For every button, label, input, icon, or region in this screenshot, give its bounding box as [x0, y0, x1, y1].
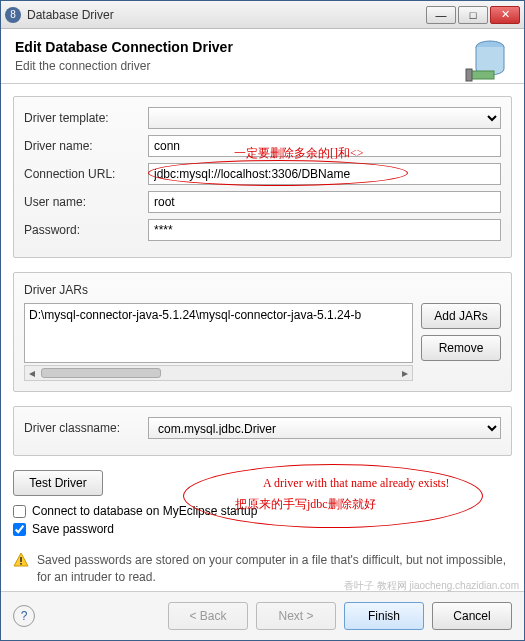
connect-startup-checkbox[interactable] [13, 505, 26, 518]
url-label: Connection URL: [24, 167, 142, 181]
connect-startup-label: Connect to database on MyEclipse startup [32, 504, 257, 518]
test-driver-button[interactable]: Test Driver [13, 470, 103, 496]
window-buttons: — □ ✕ [426, 6, 520, 24]
titlebar: 8 Database Driver — □ ✕ [1, 1, 524, 29]
template-label: Driver template: [24, 111, 142, 125]
cancel-button[interactable]: Cancel [432, 602, 512, 630]
user-input[interactable] [148, 191, 501, 213]
database-icon [460, 37, 510, 87]
classname-select[interactable]: com.mysql.jdbc.Driver [148, 417, 501, 439]
warning-icon [13, 552, 29, 568]
jars-list[interactable]: D:\mysql-connector-java-5.1.24\mysql-con… [24, 303, 413, 363]
remove-jar-button[interactable]: Remove [421, 335, 501, 361]
back-button[interactable]: < Back [168, 602, 248, 630]
driver-fields: Driver template: Driver name: Connection… [13, 96, 512, 258]
jars-label: Driver JARs [24, 283, 501, 297]
jars-group: Driver JARs D:\mysql-connector-java-5.1.… [13, 272, 512, 392]
page-title: Edit Database Connection Driver [15, 39, 233, 55]
content: Driver template: Driver name: Connection… [1, 84, 524, 591]
classname-label: Driver classname: [24, 421, 142, 435]
close-button[interactable]: ✕ [490, 6, 520, 24]
page-subtitle: Edit the connection driver [15, 59, 233, 73]
checkbox-group: Connect to database on MyEclipse startup… [13, 504, 512, 540]
help-button[interactable]: ? [13, 605, 35, 627]
template-select[interactable] [148, 107, 501, 129]
svg-rect-3 [20, 557, 22, 562]
next-button[interactable]: Next > [256, 602, 336, 630]
name-label: Driver name: [24, 139, 142, 153]
scroll-thumb[interactable] [41, 368, 161, 378]
app-icon: 8 [5, 7, 21, 23]
footer: ? < Back Next > Finish Cancel [1, 591, 524, 640]
pass-input[interactable] [148, 219, 501, 241]
svg-rect-2 [466, 69, 472, 81]
maximize-button[interactable]: □ [458, 6, 488, 24]
save-password-label: Save password [32, 522, 114, 536]
svg-rect-4 [20, 563, 22, 565]
add-jars-button[interactable]: Add JARs [421, 303, 501, 329]
user-label: User name: [24, 195, 142, 209]
window-title: Database Driver [27, 8, 426, 22]
name-input[interactable] [148, 135, 501, 157]
annotation-text-2: A driver with that name already exists! [263, 476, 450, 491]
scroll-right-icon[interactable]: ▸ [398, 366, 412, 380]
header: Edit Database Connection Driver Edit the… [1, 29, 524, 84]
minimize-button[interactable]: — [426, 6, 456, 24]
classname-group: Driver classname: com.mysql.jdbc.Driver [13, 406, 512, 456]
svg-rect-1 [470, 71, 494, 79]
url-input[interactable] [148, 163, 501, 185]
watermark: 香叶子 教程网 jiaocheng.chazidian.com [344, 579, 519, 593]
scroll-left-icon[interactable]: ◂ [25, 366, 39, 380]
save-password-checkbox[interactable] [13, 523, 26, 536]
window: 8 Database Driver — □ ✕ Edit Database Co… [0, 0, 525, 641]
pass-label: Password: [24, 223, 142, 237]
finish-button[interactable]: Finish [344, 602, 424, 630]
list-item[interactable]: D:\mysql-connector-java-5.1.24\mysql-con… [29, 308, 408, 322]
jars-scrollbar[interactable]: ◂ ▸ [24, 365, 413, 381]
